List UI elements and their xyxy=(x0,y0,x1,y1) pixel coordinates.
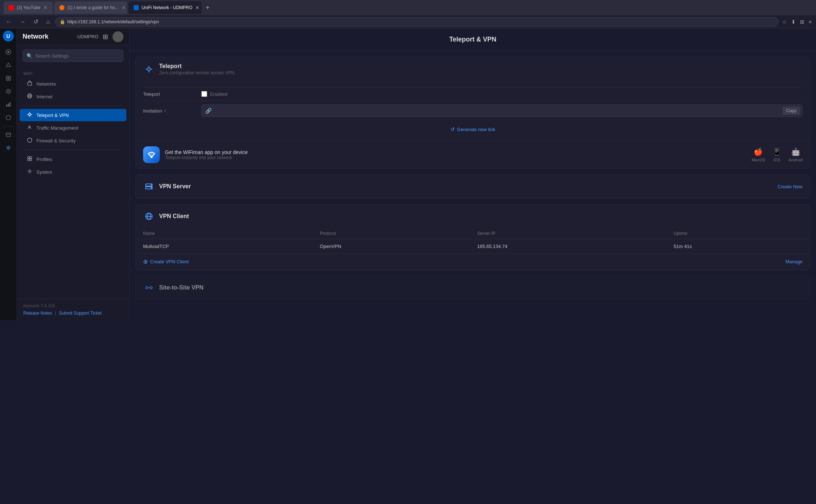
sidebar-item-teleport[interactable]: Teleport & VPN xyxy=(20,109,126,121)
wifiman-text: Get the WiFiman app on your device Telep… xyxy=(165,149,248,160)
platform-macos[interactable]: 🍎 MacOS xyxy=(752,147,765,162)
user-avatar[interactable] xyxy=(113,31,123,42)
macos-label: MacOS xyxy=(752,158,765,162)
app-title: Network xyxy=(23,33,48,40)
generate-link-icon: ↺ xyxy=(450,126,455,132)
nav-actions: ☆ ⬇ ⊞ ≡ xyxy=(781,17,813,26)
sidebar-icon-security[interactable] xyxy=(2,111,15,124)
svg-rect-10 xyxy=(8,103,9,107)
vpn-client-table-body: MullvadTCP OpenVPN 185.65.134.74 51m 41s xyxy=(136,239,810,254)
row-uptime: 51m 41s xyxy=(666,239,810,254)
create-vpn-row: ⊕ Create VPN Client Manage xyxy=(136,254,810,269)
sidebar-item-system[interactable]: System xyxy=(20,166,126,178)
release-notes-link[interactable]: Release Notes xyxy=(23,311,52,316)
sidebar-footer: Network 7.4.156 Release Notes | Submit S… xyxy=(17,299,129,320)
invitation-input-wrap[interactable]: 🔗 Copy xyxy=(201,105,803,117)
site-to-site-header: Site-to-Site VPN xyxy=(136,276,810,299)
invitation-info-icon[interactable]: ℹ xyxy=(164,108,166,113)
invitation-field-label: Invitation ℹ xyxy=(143,108,201,114)
sidebar-item-profiles[interactable]: Profiles xyxy=(20,153,126,165)
bookmark-button[interactable]: ☆ xyxy=(781,17,788,26)
vpn-client-card: VPN Client Name Protocol Server IP Uptim… xyxy=(135,204,810,270)
refresh-button[interactable]: ↺ xyxy=(31,17,41,27)
tab-youtube-label: (3) YouTube xyxy=(17,5,40,10)
sidebar-item-traffic[interactable]: Traffic Management xyxy=(20,122,126,134)
sidebar-item-networks[interactable]: Networks xyxy=(20,78,126,90)
address-bar[interactable]: 🔒 https://192.168.1.1/network/default/se… xyxy=(55,17,778,27)
search-input[interactable] xyxy=(35,53,119,59)
row-protocol: OpenVPN xyxy=(313,239,470,254)
site-to-site-title: Site-to-Site VPN xyxy=(159,284,204,291)
tab-bar: (3) YouTube ✕ (1) I wrote a guide for ho… xyxy=(4,1,812,14)
generate-link-label: Generate new link xyxy=(457,127,495,132)
tab-unifi-close[interactable]: ✕ xyxy=(195,5,200,11)
wifi-section-label: WiFi xyxy=(17,69,129,77)
manage-button[interactable]: Manage xyxy=(785,259,803,264)
main-content: Teleport & VPN Teleport Zero configurati… xyxy=(130,28,816,320)
copy-button[interactable]: Copy xyxy=(783,107,800,115)
tab-youtube-close[interactable]: ✕ xyxy=(43,5,48,11)
sidebar-icon-alerts[interactable] xyxy=(2,129,15,141)
teleport-card-subtitle: Zero configuration remote access VPN. xyxy=(159,70,235,75)
sidebar-icon-topology[interactable] xyxy=(2,59,15,71)
sidebar-icon-clients[interactable] xyxy=(2,85,15,98)
teleport-enabled-checkbox[interactable] xyxy=(201,91,207,97)
row-server-ip: 185.65.134.74 xyxy=(470,239,666,254)
sidebar-icon-dashboard[interactable] xyxy=(2,46,15,58)
row-name: MullvadTCP xyxy=(136,239,313,254)
enabled-label: Enabled xyxy=(210,91,228,97)
generate-link-row[interactable]: ↺ Generate new link xyxy=(143,123,803,135)
extensions-button[interactable]: ⊞ xyxy=(799,17,806,26)
svg-marker-2 xyxy=(6,63,11,67)
grid-icon-button[interactable]: ⊞ xyxy=(103,33,108,41)
col-protocol: Protocol xyxy=(313,228,470,239)
sidebar-icon-devices[interactable] xyxy=(2,72,15,84)
wifiman-title: Get the WiFiman app on your device xyxy=(165,149,248,155)
menu-button[interactable]: ≡ xyxy=(807,17,813,26)
create-vpn-client-button[interactable]: ⊕ Create VPN Client xyxy=(143,258,189,265)
invitation-input[interactable] xyxy=(214,108,799,114)
sidebar-divider-1 xyxy=(3,126,13,126)
svg-point-42 xyxy=(146,287,148,289)
unifi-favicon xyxy=(134,5,139,10)
sidebar-item-internet[interactable]: Internet xyxy=(20,90,126,103)
platform-ios[interactable]: 📱 iOS xyxy=(772,147,781,162)
vpn-client-title-group: VPN Client xyxy=(143,210,189,222)
create-new-button[interactable]: Create New xyxy=(777,184,803,189)
search-box[interactable]: 🔍 xyxy=(23,50,123,62)
teleport-enabled-row: Teleport Enabled xyxy=(143,87,803,101)
tab-unifi[interactable]: UniFi Network - UDMPRO ✕ xyxy=(129,1,201,14)
sidebar-icon-stats[interactable] xyxy=(2,98,15,111)
vpn-client-table-head: Name Protocol Server IP Uptime xyxy=(136,228,810,239)
sidebar-item-firewall[interactable]: Firewall & Security xyxy=(20,134,126,147)
teleport-label: Teleport & VPN xyxy=(36,113,69,118)
tab-firefox-close[interactable]: ✕ xyxy=(122,5,126,11)
support-ticket-link[interactable]: Submit Support Ticket xyxy=(59,311,102,316)
wifiman-app-icon xyxy=(143,146,160,163)
svg-point-8 xyxy=(8,91,9,92)
icon-sidebar: U xyxy=(0,28,17,320)
new-tab-button[interactable]: + xyxy=(203,3,213,13)
home-button[interactable]: ⌂ xyxy=(43,17,53,27)
page-title: Teleport & VPN xyxy=(130,28,816,51)
table-row[interactable]: MullvadTCP OpenVPN 185.65.134.74 51m 41s xyxy=(136,239,810,254)
wifiman-platforms: 🍎 MacOS 📱 iOS 🤖 Android xyxy=(752,147,803,162)
vpn-server-title: VPN Server xyxy=(159,183,191,190)
forward-button[interactable]: → xyxy=(17,17,28,27)
tab-youtube[interactable]: (3) YouTube ✕ xyxy=(4,1,53,14)
platform-android[interactable]: 🤖 Android xyxy=(789,147,803,162)
sidebar-icon-settings[interactable] xyxy=(2,142,15,154)
tab-firefox[interactable]: (1) I wrote a guide for ho... ✕ xyxy=(54,1,127,14)
back-button[interactable]: ← xyxy=(3,17,15,27)
search-wrap: 🔍 xyxy=(17,45,129,66)
tab-firefox-label: (1) I wrote a guide for ho... xyxy=(67,5,119,10)
invitation-control: 🔗 Copy xyxy=(201,105,803,117)
site-to-site-icon xyxy=(143,282,155,294)
footer-separator: | xyxy=(55,311,56,316)
footer-links: Release Notes | Submit Support Ticket xyxy=(23,311,123,316)
teleport-icon xyxy=(26,112,33,118)
android-icon: 🤖 xyxy=(791,147,800,156)
teleport-card-icon xyxy=(143,63,155,75)
app-logo[interactable]: U xyxy=(3,31,14,42)
download-button[interactable]: ⬇ xyxy=(790,17,797,26)
